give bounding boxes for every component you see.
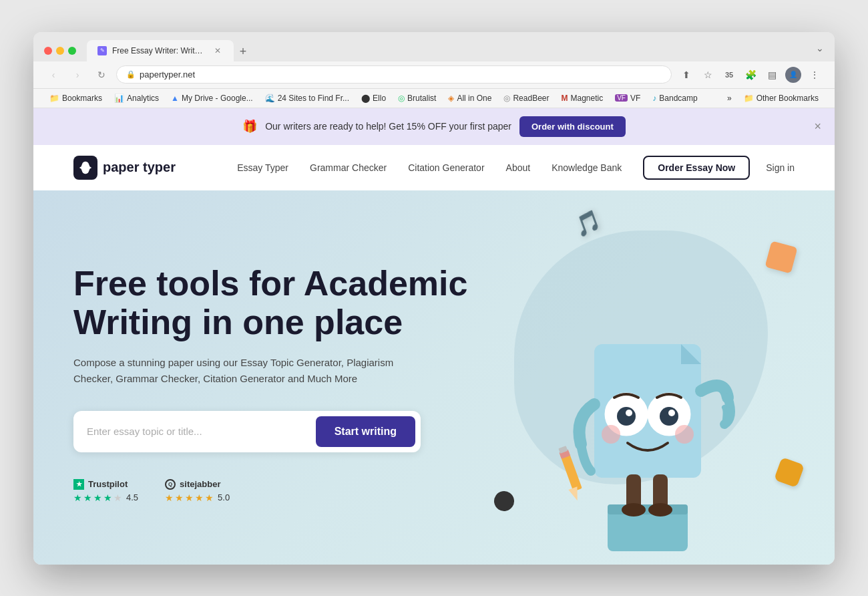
floating-eraser-icon — [765, 241, 798, 273]
url-bar[interactable]: 🔒 papertyper.net — [116, 65, 672, 84]
svg-point-14 — [675, 425, 694, 444]
bookmark-24sites[interactable]: 🌊 24 Sites to Find Fr... — [260, 92, 355, 105]
svg-point-21 — [622, 503, 646, 516]
trustpilot-brand: ★ Trustpilot — [73, 479, 138, 490]
banner-emoji: 🎁 — [242, 119, 257, 134]
forward-button[interactable]: › — [68, 65, 87, 84]
sitejabber-rating: Q sitejabber ★ ★ ★ ★ ★ 5.0 — [165, 479, 230, 503]
bookmark-allinone[interactable]: ◈ All in One — [443, 92, 497, 105]
sj-star-3: ★ — [185, 492, 194, 503]
order-discount-button[interactable]: Order with discount — [519, 116, 626, 137]
sitejabber-stars: ★ ★ ★ ★ ★ 5.0 — [165, 492, 230, 503]
trustpilot-rating: ★ Trustpilot ★ ★ ★ ★ ★ 4.5 — [73, 479, 138, 503]
bookmark-bookmarks[interactable]: 📁 Bookmarks — [44, 92, 107, 105]
back-button[interactable]: ‹ — [44, 65, 63, 84]
bookmark-other[interactable]: 📁 Other Bookmarks — [738, 92, 824, 105]
logo[interactable]: paper typer — [73, 156, 176, 180]
svg-point-12 — [668, 410, 675, 416]
trustpilot-icon: ★ — [73, 479, 84, 490]
star-5: ★ — [114, 492, 122, 503]
bookmark-star-icon[interactable]: ☆ — [698, 65, 717, 84]
star-2: ★ — [83, 492, 92, 503]
bookmark-vf[interactable]: VF VF — [610, 92, 646, 105]
svg-point-22 — [648, 503, 672, 516]
hero-title-line1: Free tools for Academic — [73, 264, 467, 303]
bookmark-label: VF — [630, 94, 640, 103]
sitejabber-label: sitejabber — [180, 479, 220, 489]
sitejabber-brand: Q sitejabber — [165, 479, 230, 490]
tabs-bar: ✎ Free Essay Writer: Write Your ✕ + — [87, 40, 811, 61]
lock-icon: 🔒 — [126, 70, 136, 79]
search-box: Start writing — [73, 411, 421, 452]
tab-title: Free Essay Writer: Write Your — [112, 46, 207, 55]
nav-essay-typer[interactable]: Essay Typer — [237, 162, 288, 173]
tab-close-button[interactable]: ✕ — [212, 45, 223, 56]
bookmark-analytics[interactable]: 📊 Analytics — [109, 92, 164, 105]
nav-grammar-checker[interactable]: Grammar Checker — [310, 162, 387, 173]
svg-point-11 — [626, 410, 632, 416]
sidebar-icon[interactable]: ▤ — [763, 65, 781, 84]
svg-point-10 — [660, 407, 678, 426]
close-button[interactable] — [44, 47, 52, 55]
extensions-icon[interactable]: 🧩 — [741, 65, 760, 84]
nav-about[interactable]: About — [506, 162, 531, 173]
bookmark-label: 24 Sites to Find Fr... — [278, 94, 349, 103]
sj-star-5: ★ — [205, 492, 214, 503]
hero-content: Free tools for Academic Writing in one p… — [73, 265, 474, 502]
bookmark-ello[interactable]: ⬤ Ello — [356, 92, 391, 105]
folder-icon: 📁 — [49, 94, 59, 103]
ello-icon: ⬤ — [361, 94, 370, 103]
folder-other-icon: 📁 — [744, 94, 754, 103]
bookmark-magnetic[interactable]: M Magnetic — [556, 92, 609, 105]
bookmark-label: Magnetic — [571, 94, 604, 103]
maximize-button[interactable] — [68, 47, 76, 55]
bookmark-label: Analytics — [127, 94, 159, 103]
bookmark-bandcamp[interactable]: ♪ Bandcamp — [647, 92, 702, 105]
tab-group-icon[interactable]: 35 — [720, 65, 738, 84]
bookmark-brutalist[interactable]: ◎ Brutalist — [393, 92, 441, 105]
mascot-svg — [541, 257, 754, 551]
drive-icon: ▲ — [171, 94, 179, 103]
announcement-banner: 🎁 Our writers are ready to help! Get 15%… — [33, 108, 835, 145]
bookmark-readbeer[interactable]: ◎ ReadBeer — [498, 92, 554, 105]
allinone-icon: ◈ — [448, 94, 454, 103]
bookmark-label: Other Bookmarks — [756, 94, 819, 103]
hero-section: Free tools for Academic Writing in one p… — [33, 190, 835, 565]
banner-close-button[interactable]: × — [814, 120, 821, 134]
ratings-section: ★ Trustpilot ★ ★ ★ ★ ★ 4.5 — [73, 479, 474, 503]
profile-icon[interactable]: 👤 — [784, 65, 803, 84]
website-content: 🎁 Our writers are ready to help! Get 15%… — [33, 108, 835, 565]
vf-icon: VF — [615, 94, 628, 102]
bookmark-drive[interactable]: ▲ My Drive - Google... — [166, 92, 258, 105]
bandcamp-icon: ♪ — [652, 94, 656, 103]
new-tab-button[interactable]: + — [234, 43, 252, 61]
order-essay-button[interactable]: Order Essay Now — [643, 156, 750, 180]
browser-window: ✎ Free Essay Writer: Write Your ✕ + ⌄ ‹ … — [33, 32, 835, 565]
star-1: ★ — [73, 492, 82, 503]
essay-topic-input[interactable] — [87, 426, 308, 437]
nav-links: Essay Typer Grammar Checker Citation Gen… — [237, 162, 622, 173]
share-icon[interactable]: ⬆ — [677, 65, 696, 84]
minimize-button[interactable] — [56, 47, 64, 55]
traffic-lights — [44, 47, 76, 55]
active-tab[interactable]: ✎ Free Essay Writer: Write Your ✕ — [87, 40, 234, 61]
bookmark-label: My Drive - Google... — [182, 94, 253, 103]
nav-knowledge-bank[interactable]: Knowledge Bank — [552, 162, 622, 173]
floating-cube-icon — [774, 456, 805, 487]
hero-title: Free tools for Academic Writing in one p… — [73, 265, 474, 341]
sitejabber-icon: Q — [165, 479, 176, 490]
bookmark-label: All in One — [457, 94, 491, 103]
hero-title-line2: Writing in one place — [73, 303, 403, 341]
bookmark-label: Bookmarks — [62, 94, 102, 103]
logo-icon — [73, 156, 97, 180]
logo-text: paper typer — [103, 160, 176, 175]
toolbar-icons: ⬆ ☆ 35 🧩 ▤ 👤 ⋮ — [677, 65, 824, 84]
title-bar: ✎ Free Essay Writer: Write Your ✕ + ⌄ — [33, 32, 835, 61]
sign-in-link[interactable]: Sign in — [766, 162, 795, 173]
nav-citation-generator[interactable]: Citation Generator — [408, 162, 484, 173]
start-writing-button[interactable]: Start writing — [316, 416, 415, 447]
menu-icon[interactable]: ⋮ — [805, 65, 824, 84]
refresh-button[interactable]: ↻ — [92, 65, 111, 84]
more-bookmarks-button[interactable]: » — [722, 92, 737, 105]
url-text: papertyper.net — [140, 69, 662, 80]
